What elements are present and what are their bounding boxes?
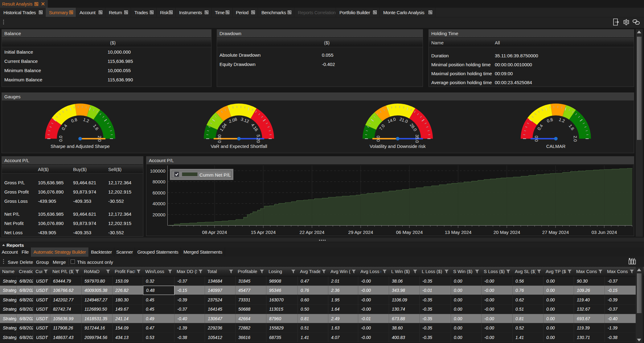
svg-text:0.4: 0.4 [61,123,68,131]
svg-text:1.2: 1.2 [83,117,90,123]
svg-text:29 Apr 2024: 29 Apr 2024 [348,230,373,235]
svg-text:60000: 60000 [153,190,166,195]
svg-text:1.6: 1.6 [92,123,100,131]
svg-text:0.4: 0.4 [536,123,544,131]
svg-text:1.2: 1.2 [558,117,566,123]
svg-text:06 May 2024: 06 May 2024 [396,230,423,235]
svg-text:2.0: 2.0 [97,136,102,142]
svg-text:5.20: 5.20 [256,134,261,143]
svg-text:21.0: 21.0 [399,116,408,124]
svg-text:03 Jun 2024: 03 Jun 2024 [592,230,617,235]
svg-text:13 May 2024: 13 May 2024 [445,230,472,235]
svg-text:20000: 20000 [153,212,166,217]
svg-text:14.0: 14.0 [387,116,396,124]
svg-text:Cumm Net P/L: Cumm Net P/L [199,172,231,178]
svg-text:7.0: 7.0 [378,123,386,131]
svg-text:40000: 40000 [153,201,166,206]
svg-text:20 May 2024: 20 May 2024 [494,230,520,235]
svg-text:27 May 2024: 27 May 2024 [542,230,569,235]
svg-text:3.12: 3.12 [240,116,250,124]
svg-text:08 Apr 2024: 08 Apr 2024 [202,230,227,235]
svg-text:0.0: 0.0 [534,136,539,142]
svg-text:2.0: 2.0 [573,136,578,142]
svg-text:22 Apr 2024: 22 Apr 2024 [300,230,325,235]
svg-text:0.8: 0.8 [546,117,554,123]
svg-text:0.00: 0.00 [217,134,222,143]
svg-text:15 Apr 2024: 15 Apr 2024 [251,230,276,235]
svg-text:35.0: 35.0 [415,134,420,143]
svg-text:1.6: 1.6 [568,123,576,131]
svg-text:80000: 80000 [153,179,166,184]
svg-text:0.8: 0.8 [71,117,78,123]
svg-text:0.0: 0.0 [376,136,381,142]
svg-text:0.0: 0.0 [58,136,63,142]
svg-text:100000: 100000 [150,168,165,174]
svg-text:2.08: 2.08 [228,116,238,124]
